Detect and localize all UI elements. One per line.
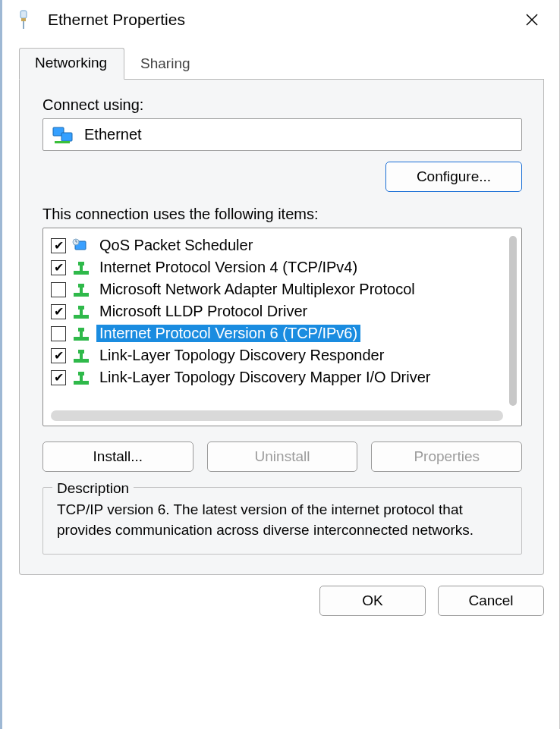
list-item[interactable]: Link-Layer Topology Discovery Mapper I/O… (51, 366, 505, 388)
svg-rect-13 (74, 293, 89, 297)
protocol-icon (72, 304, 90, 319)
svg-rect-10 (74, 271, 89, 275)
description-text: TCP/IP version 6. The latest version of … (57, 501, 473, 538)
list-item-label: Internet Protocol Version 4 (TCP/IPv4) (96, 259, 360, 276)
svg-rect-0 (20, 11, 27, 18)
svg-rect-19 (74, 337, 89, 341)
svg-rect-26 (80, 375, 83, 381)
protocol-icon (72, 282, 90, 297)
list-item-label: QoS Packet Scheduler (96, 237, 256, 254)
svg-rect-7 (55, 141, 70, 143)
svg-rect-17 (80, 309, 83, 315)
svg-rect-23 (80, 353, 83, 359)
svg-rect-21 (78, 328, 84, 332)
properties-button: Properties (371, 441, 522, 472)
window-title: Ethernet Properties (40, 11, 515, 29)
list-item[interactable]: Microsoft Network Adapter Multiplexor Pr… (51, 278, 505, 300)
protocol-icon (72, 348, 90, 363)
list-item-label: Microsoft Network Adapter Multiplexor Pr… (96, 281, 418, 298)
checkbox[interactable] (51, 348, 66, 363)
checkbox[interactable] (51, 326, 66, 341)
svg-rect-25 (74, 381, 89, 385)
tab-strip: Networking Sharing Connect using: Ethern… (19, 47, 544, 575)
install-button[interactable]: Install... (42, 441, 193, 472)
checkbox[interactable] (51, 260, 66, 275)
close-icon (525, 13, 539, 27)
vertical-scrollbar[interactable] (509, 236, 517, 406)
cancel-button[interactable]: Cancel (438, 586, 544, 616)
svg-rect-22 (74, 359, 89, 363)
svg-rect-12 (78, 262, 84, 266)
svg-rect-20 (80, 331, 83, 337)
svg-rect-27 (78, 372, 84, 375)
uninstall-button: Uninstall (207, 441, 358, 472)
app-icon (16, 9, 40, 30)
checkbox[interactable] (51, 238, 66, 253)
svg-rect-18 (78, 306, 84, 310)
svg-rect-14 (80, 287, 83, 293)
list-item[interactable]: Microsoft LLDP Protocol Driver (51, 300, 505, 322)
qos-icon (72, 238, 90, 253)
item-action-row: Install... Uninstall Properties (42, 441, 522, 472)
svg-rect-16 (74, 315, 89, 319)
items-label: This connection uses the following items… (42, 206, 522, 223)
svg-rect-15 (78, 284, 84, 288)
list-item[interactable]: QoS Packet Scheduler (51, 234, 505, 256)
ok-button[interactable]: OK (319, 586, 426, 616)
svg-rect-24 (78, 350, 84, 354)
close-button[interactable] (515, 6, 549, 33)
description-legend: Description (52, 479, 134, 499)
adapter-icon (52, 127, 74, 143)
horizontal-scrollbar[interactable] (51, 410, 503, 421)
list-item[interactable]: Link-Layer Topology Discovery Responder (51, 344, 505, 366)
list-item-label: Internet Protocol Version 6 (TCP/IPv6) (96, 325, 360, 342)
checkbox[interactable] (51, 282, 66, 297)
list-item-label: Microsoft LLDP Protocol Driver (96, 303, 310, 320)
svg-rect-6 (61, 133, 72, 141)
list-item-label: Link-Layer Topology Discovery Responder (96, 347, 387, 364)
connect-using-label: Connect using: (42, 96, 522, 114)
tab-panel-networking: Connect using: Ethernet Configure... Thi… (19, 80, 544, 575)
tabs: Networking Sharing (19, 47, 544, 80)
protocol-icon (72, 326, 90, 341)
protocol-icon (72, 370, 90, 385)
description-groupbox: Description TCP/IP version 6. The latest… (42, 487, 522, 555)
titlebar: Ethernet Properties (2, 0, 559, 38)
list-item-label: Link-Layer Topology Discovery Mapper I/O… (96, 369, 433, 386)
adapter-box[interactable]: Ethernet (42, 118, 522, 151)
svg-rect-1 (21, 18, 26, 21)
dialog-footer: OK Cancel (2, 575, 559, 630)
items-listbox: QoS Packet SchedulerInternet Protocol Ve… (42, 228, 522, 426)
list-item[interactable]: Internet Protocol Version 6 (TCP/IPv6) (51, 322, 505, 344)
svg-rect-11 (80, 265, 83, 271)
checkbox[interactable] (51, 370, 66, 385)
checkbox[interactable] (51, 304, 66, 319)
protocol-icon (72, 260, 90, 275)
list-item[interactable]: Internet Protocol Version 4 (TCP/IPv4) (51, 256, 505, 278)
tab-sharing[interactable]: Sharing (124, 49, 208, 80)
configure-button[interactable]: Configure... (385, 162, 522, 192)
adapter-name: Ethernet (84, 126, 142, 143)
tab-networking[interactable]: Networking (19, 48, 124, 80)
